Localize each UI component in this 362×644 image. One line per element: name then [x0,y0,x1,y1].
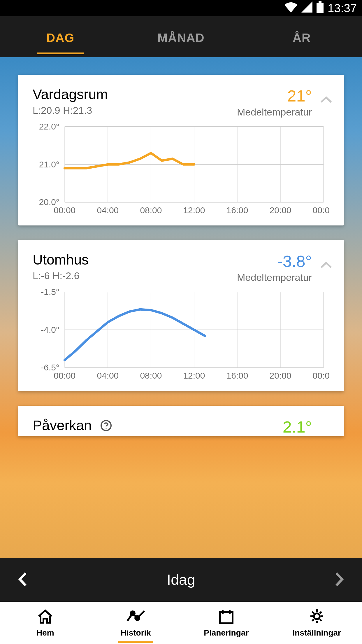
card-title-text: Påverkan [33,418,92,433]
prev-day-button[interactable] [17,571,27,588]
tab-dag-label: DAG [46,31,74,45]
svg-text:22.0°: 22.0° [39,124,59,131]
svg-text:-1.5°: -1.5° [41,289,59,297]
tab-manad-label: MÅNAD [157,31,204,45]
svg-text:16:00: 16:00 [226,205,248,215]
card-paverkan[interactable]: Påverkan 2.1° [18,406,344,436]
card-value-label: Medeltemperatur [237,272,312,283]
svg-text:00:00: 00:00 [313,205,329,215]
nav-hem[interactable]: Hem [0,608,91,638]
card-title: Utomhus [33,252,237,268]
svg-point-43 [106,428,107,429]
svg-text:00:00: 00:00 [54,205,75,215]
wifi-icon [284,1,297,15]
date-navigator: Idag [0,558,362,602]
svg-text:20:00: 20:00 [270,371,291,381]
svg-line-57 [312,619,314,621]
status-bar: 13:37 [0,0,362,16]
svg-text:08:00: 08:00 [140,371,162,381]
svg-text:00:00: 00:00 [54,371,75,381]
svg-text:16:00: 16:00 [226,371,248,381]
gear-icon [308,608,326,626]
svg-rect-0 [317,3,324,13]
nav-historik[interactable]: Historik [91,608,181,638]
history-icon [126,608,146,626]
tab-manad[interactable]: MÅNAD [121,19,241,54]
tab-dag[interactable]: DAG [0,19,121,54]
svg-text:12:00: 12:00 [183,205,205,215]
card-vardagsrum[interactable]: Vardagsrum L:20.9 H:21.3 21° Medeltemper… [18,75,344,225]
svg-text:-4.0°: -4.0° [41,325,59,335]
chart-utomhus: -6.5°-4.0°-1.5°00:0004:0008:0012:0016:00… [33,289,329,382]
card-low-high: L:-6 H:-2.6 [33,270,237,281]
svg-point-45 [135,616,139,620]
svg-rect-46 [220,612,233,623]
nav-label: Inställningar [293,628,341,638]
svg-text:04:00: 04:00 [97,371,119,381]
card-title: Vardagsrum [33,86,237,102]
svg-point-49 [314,613,320,619]
svg-text:04:00: 04:00 [97,205,119,215]
card-value: -3.8° [237,252,312,271]
help-icon[interactable] [100,419,112,435]
status-time: 13:37 [328,2,357,15]
nav-label: Historik [121,628,151,638]
card-utomhus[interactable]: Utomhus L:-6 H:-2.6 -3.8° Medeltemperatu… [18,240,344,391]
svg-rect-1 [319,1,321,3]
card-value: 21° [237,86,312,105]
card-title: Påverkan [33,417,283,435]
home-icon [36,608,54,626]
battery-icon [317,1,324,15]
svg-line-54 [312,612,314,613]
time-range-tabs: DAG MÅNAD ÅR [0,16,362,57]
card-low-high: L:20.9 H:21.3 [33,105,237,116]
svg-text:08:00: 08:00 [140,205,162,215]
cellular-icon [301,1,312,15]
nav-installningar[interactable]: Inställningar [272,608,362,638]
card-value: 2.1° [283,417,312,436]
tab-ar-label: ÅR [293,31,311,45]
nav-label: Hem [36,628,54,638]
calendar-icon [217,608,235,626]
bottom-nav: Hem Historik Planeringar Inställningar [0,602,362,644]
tab-ar[interactable]: ÅR [241,19,362,54]
date-label: Idag [167,571,195,588]
svg-line-56 [320,612,321,613]
svg-line-55 [320,619,321,621]
svg-text:00:00: 00:00 [313,371,329,381]
svg-point-44 [131,611,135,615]
nav-label: Planeringar [204,628,249,638]
card-header: Påverkan 2.1° [33,417,329,436]
next-day-button[interactable] [335,571,345,588]
card-header: Utomhus L:-6 H:-2.6 -3.8° Medeltemperatu… [33,252,329,283]
card-header: Vardagsrum L:20.9 H:21.3 21° Medeltemper… [33,86,329,118]
nav-planeringar[interactable]: Planeringar [181,608,272,638]
card-value-label: Medeltemperatur [237,106,312,118]
svg-text:12:00: 12:00 [183,371,205,381]
chevron-up-icon[interactable] [320,261,332,270]
svg-text:20:00: 20:00 [270,205,291,215]
content-area: Vardagsrum L:20.9 H:21.3 21° Medeltemper… [0,57,362,558]
chevron-up-icon[interactable] [320,96,332,104]
chart-vardagsrum: 20.0°21.0°22.0°00:0004:0008:0012:0016:00… [33,124,329,217]
svg-text:21.0°: 21.0° [39,160,59,169]
